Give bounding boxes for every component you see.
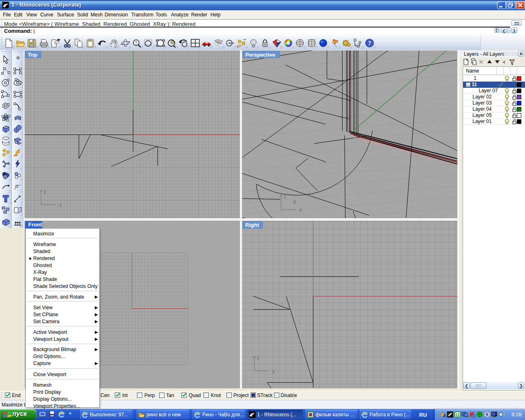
svg-text:z: z <box>257 354 260 361</box>
svg-text:y: y <box>293 198 296 204</box>
svg-text:?: ? <box>368 40 371 47</box>
svg-text:Right: Right <box>245 222 259 228</box>
svg-text:Top: Top <box>28 52 37 58</box>
svg-text:z: z <box>283 193 286 199</box>
svg-text:»: » <box>69 411 71 415</box>
svg-text:y: y <box>272 368 275 374</box>
svg-text:x: x <box>299 207 302 213</box>
svg-text:y: y <box>43 188 46 194</box>
svg-text:x: x <box>59 202 62 208</box>
svg-text:Perspective: Perspective <box>245 52 275 58</box>
